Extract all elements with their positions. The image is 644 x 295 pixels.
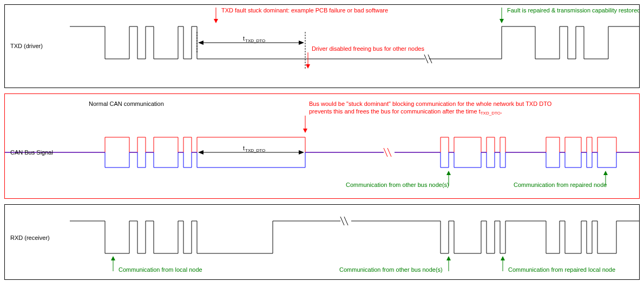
fault-repaired-annot: Fault is repaired & transmission capabil… bbox=[507, 7, 639, 14]
can-other-node-annot: Communication from other bus node(s) bbox=[346, 182, 449, 188]
canl-wave-right bbox=[395, 152, 639, 167]
svg-marker-10 bbox=[306, 64, 310, 69]
svg-marker-22 bbox=[446, 171, 451, 175]
svg-marker-24 bbox=[603, 171, 608, 175]
svg-line-20 bbox=[387, 148, 391, 157]
svg-marker-17 bbox=[198, 150, 203, 155]
driver-disabled-annot: Driver disabled freeing bus for other no… bbox=[312, 45, 424, 52]
svg-marker-15 bbox=[303, 129, 307, 133]
t-txd-dto-label-main: t bbox=[243, 35, 245, 42]
t-txd-dto-label-sub: TXD_DTO bbox=[245, 38, 265, 43]
rxd-svg: Communication from local node Communicat… bbox=[5, 205, 639, 280]
svg-marker-1 bbox=[214, 19, 218, 23]
stuck-dominant-line2: prevents this and frees the bus for comm… bbox=[309, 108, 502, 116]
svg-marker-3 bbox=[500, 19, 504, 23]
rxd-local-annot: Communication from local node bbox=[119, 266, 202, 273]
can-bus-label: CAN Bus Signal bbox=[10, 149, 53, 156]
txd-waveform bbox=[70, 26, 639, 59]
can-bus-svg: Normal CAN communication Bus would be "s… bbox=[5, 94, 639, 199]
canl-wave-left bbox=[5, 152, 384, 167]
svg-line-19 bbox=[384, 148, 387, 157]
svg-marker-28 bbox=[111, 256, 115, 260]
normal-can-annot: Normal CAN communication bbox=[89, 100, 164, 107]
svg-line-25 bbox=[340, 217, 344, 225]
rxd-repaired-local-annot: Communication from repaired local node bbox=[508, 266, 615, 273]
svg-marker-18 bbox=[299, 150, 304, 155]
rxd-other-annot: Communication from other bus node(s) bbox=[339, 266, 443, 273]
svg-marker-30 bbox=[446, 256, 451, 260]
panel-rxd: Communication from local node Communicat… bbox=[4, 204, 640, 280]
can-t-label-main: t bbox=[243, 145, 245, 151]
svg-line-26 bbox=[344, 217, 348, 225]
rxd-label: RXD (receiver) bbox=[10, 234, 50, 241]
svg-marker-8 bbox=[299, 41, 304, 45]
svg-marker-7 bbox=[198, 41, 203, 45]
panel-can-bus: Normal CAN communication Bus would be "s… bbox=[4, 93, 640, 199]
panel-txd-svg: TXD fault stuck dominant: example PCB fa… bbox=[5, 5, 639, 89]
rxd-waveform-left bbox=[70, 221, 340, 253]
stuck-dominant-line1: Bus would be "stuck dominant" blocking c… bbox=[309, 100, 552, 107]
can-t-label-sub: TXD_DTO bbox=[245, 148, 265, 153]
svg-marker-32 bbox=[501, 256, 505, 260]
panel-txd: TXD fault stuck dominant: example PCB fa… bbox=[4, 4, 640, 88]
canh-wave-right bbox=[395, 137, 639, 152]
rxd-waveform-right bbox=[351, 221, 639, 253]
txd-label: TXD (driver) bbox=[10, 43, 43, 49]
can-repaired-node-annot: Communication from repaired node bbox=[514, 182, 607, 188]
canh-wave-left bbox=[5, 137, 384, 152]
txd-fault-annot: TXD fault stuck dominant: example PCB fa… bbox=[221, 7, 388, 14]
